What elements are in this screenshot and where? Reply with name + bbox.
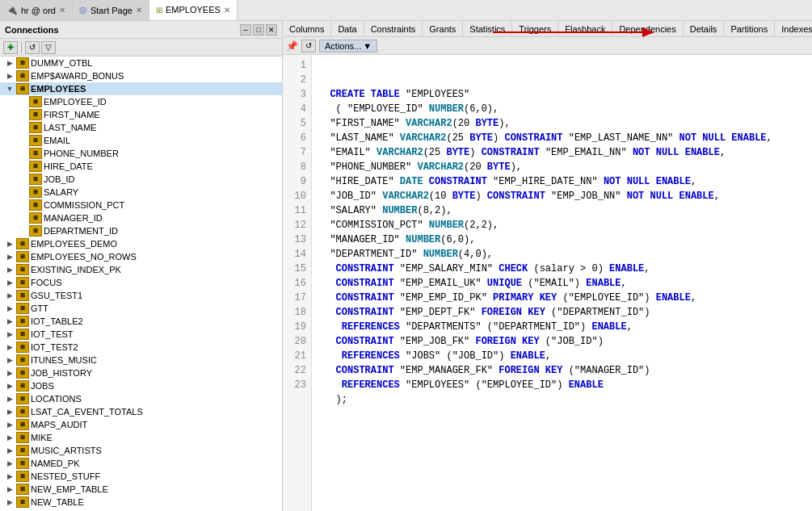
start-icon: ◎ xyxy=(79,5,87,15)
tree-item-label: LAST_NAME xyxy=(44,123,96,132)
sidebar-minimize[interactable]: ─ xyxy=(240,24,251,36)
sql-code[interactable]: CREATE TABLE "EMPLOYEES" ( "EMPLOYEE_ID"… xyxy=(312,55,812,511)
list-item[interactable]: ⊞ COMMISSION_PCT xyxy=(0,199,282,212)
tab-start-close[interactable]: ✕ xyxy=(136,6,142,15)
expand-icon: ▼ xyxy=(3,85,16,93)
list-item[interactable]: ▶ ⊞ NAMED_PK xyxy=(0,457,282,470)
list-item[interactable]: ▶ ⊞ JOB_HISTORY xyxy=(0,366,282,379)
list-item[interactable]: ▶ ⊞ GSU_TEST1 xyxy=(0,289,282,302)
list-item[interactable]: ▶ ⊞ JOBS xyxy=(0,379,282,392)
column-icon: ⊞ xyxy=(29,225,42,237)
tree-item-label: IOT_TEST xyxy=(31,329,74,339)
tab-flashback[interactable]: Flashback xyxy=(558,21,612,36)
tree-item-label: EXISTING_INDEX_PK xyxy=(31,265,121,274)
column-icon: ⊞ xyxy=(29,212,42,224)
list-item[interactable]: ▶ ⊞ LSAT_CA_EVENT_TOTALS xyxy=(0,405,282,418)
tab-employees-close[interactable]: ✕ xyxy=(224,6,230,15)
tab-bar: 🔌 hr @ ord ✕ ◎ Start Page ✕ ⊞ EMPLOYEES … xyxy=(0,0,812,21)
list-item[interactable]: ▼ ⊞ EMPLOYEES xyxy=(0,82,282,95)
sidebar-maximize[interactable]: □ xyxy=(253,24,264,36)
tab-columns[interactable]: Columns xyxy=(283,21,331,36)
list-item[interactable]: ▶ ⊞ MAPS_AUDIT xyxy=(0,418,282,431)
list-item[interactable]: ▶ ⊞ NESTED_STUFF xyxy=(0,470,282,483)
list-item[interactable]: ▶ ⊞ MIKE xyxy=(0,431,282,444)
tree-item-label: MIKE xyxy=(31,433,53,442)
tree-item-label: MANAGER_ID xyxy=(44,213,103,223)
filter-btn[interactable]: ▽ xyxy=(41,41,56,54)
list-item[interactable]: ▶ ⊞ DUMMY_OTBL xyxy=(0,57,282,69)
table-icon: ⊞ xyxy=(16,70,29,82)
list-item[interactable]: ⊞ HIRE_DATE xyxy=(0,160,282,173)
sidebar-tree[interactable]: ▶ ⊞ DUMMY_OTBL ▶ ⊞ EMP$AWARD_BONUS ▼ ⊞ E… xyxy=(0,57,282,511)
tree-item-label: COMMISSION_PCT xyxy=(44,200,124,210)
tab-constraints[interactable]: Constraints xyxy=(364,21,423,36)
tree-item-label: MUSIC_ARTISTS xyxy=(31,446,102,455)
tab-hr[interactable]: 🔌 hr @ ord ✕ xyxy=(0,0,73,20)
list-item[interactable]: ⊞ FIRST_NAME xyxy=(0,108,282,121)
list-item[interactable]: ⊞ SALARY xyxy=(0,186,282,199)
list-item[interactable]: ⊞ MANAGER_ID xyxy=(0,212,282,224)
tab-employees-label: EMPLOYEES xyxy=(166,5,221,15)
expand-icon: ▶ xyxy=(3,472,16,480)
tree-item-label: EMAIL xyxy=(44,136,70,145)
add-connection-btn[interactable]: ✚ xyxy=(3,41,18,54)
tab-start[interactable]: ◎ Start Page ✕ xyxy=(73,0,149,20)
tab-data[interactable]: Data xyxy=(331,21,364,36)
list-item[interactable]: ▶ ⊞ FOCUS xyxy=(0,276,282,289)
list-item[interactable]: ⊞ DEPARTMENT_ID xyxy=(0,224,282,237)
expand-icon: ▶ xyxy=(3,291,16,299)
tab-partitions[interactable]: Partitions xyxy=(724,21,775,36)
sidebar-controls: ─ □ ✕ xyxy=(240,24,277,36)
tree-item-label: NEW_EMP_TABLE xyxy=(31,484,108,494)
pin-icon: 📌 xyxy=(286,40,298,52)
list-item[interactable]: ▶ ⊞ MUSIC_ARTISTS xyxy=(0,444,282,457)
tree-item-label: MAPS_AUDIT xyxy=(31,420,87,429)
list-item[interactable]: ⊞ LAST_NAME xyxy=(0,121,282,134)
sql-editor[interactable]: 1 2 3 4 5 6 7 8 9 10 11 12 13 14 15 16 1… xyxy=(283,55,812,511)
expand-icon: ▶ xyxy=(3,240,16,248)
list-item[interactable]: ▶ ⊞ LOCATIONS xyxy=(0,392,282,405)
expand-icon: ▶ xyxy=(3,72,16,80)
list-item[interactable]: ▶ ⊞ IOT_TEST xyxy=(0,328,282,341)
actions-button[interactable]: Actions... ▼ xyxy=(319,40,377,52)
tab-statistics[interactable]: Statistics xyxy=(463,21,512,36)
actions-label: Actions... xyxy=(325,41,361,51)
sidebar: Connections ─ □ ✕ ✚ ↺ ▽ ▶ ⊞ DUMMY_OTBL ▶ xyxy=(0,21,283,511)
tab-employees[interactable]: ⊞ EMPLOYEES ✕ xyxy=(149,0,238,20)
table-icon: ⊞ xyxy=(16,406,29,417)
table-icon: ⊞ xyxy=(16,316,29,327)
list-item[interactable]: ▶ ⊞ EMP$AWARD_BONUS xyxy=(0,69,282,82)
list-item[interactable]: ⊞ JOB_ID xyxy=(0,173,282,186)
list-item[interactable]: ▶ ⊞ NEW_TABLE xyxy=(0,496,282,509)
expand-icon: ▶ xyxy=(3,434,16,442)
list-item[interactable]: ▶ ⊞ IOT_TEST2 xyxy=(0,341,282,354)
tab-dependencies[interactable]: Dependencies xyxy=(612,21,683,36)
list-item[interactable]: ⊞ EMAIL xyxy=(0,134,282,147)
tree-item-label: PHONE_NUMBER xyxy=(44,149,119,158)
tab-details[interactable]: Details xyxy=(684,21,725,36)
refresh-content-btn[interactable]: ↺ xyxy=(301,40,316,52)
list-item[interactable]: ▶ ⊞ GTT xyxy=(0,302,282,315)
tree-item-label: NESTED_STUFF xyxy=(31,471,100,481)
tab-hr-close[interactable]: ✕ xyxy=(59,6,65,15)
tab-indexes[interactable]: Indexes xyxy=(775,21,812,36)
sidebar-close[interactable]: ✕ xyxy=(266,24,277,36)
column-icon: ⊞ xyxy=(29,148,42,159)
list-item[interactable]: ▶ ⊞ EMPLOYEES_DEMO xyxy=(0,237,282,250)
list-item[interactable]: ▶ ⊞ EXISTING_INDEX_PK xyxy=(0,263,282,276)
expand-icon: ▶ xyxy=(3,356,16,364)
sidebar-title: Connections xyxy=(5,25,59,35)
list-item[interactable]: ▶ ⊞ EMPLOYEES_NO_ROWS xyxy=(0,250,282,263)
list-item[interactable]: ⊞ EMPLOYEE_ID xyxy=(0,95,282,108)
list-item[interactable]: ▶ ⊞ IOT_TABLE2 xyxy=(0,315,282,328)
list-item[interactable]: ▶ ⊞ NEW_EMP_TABLE xyxy=(0,483,282,496)
expand-icon: ▶ xyxy=(3,59,16,67)
table-icon: ⊞ xyxy=(16,290,29,301)
list-item[interactable]: ▶ ⊞ ITUNES_MUSIC xyxy=(0,354,282,366)
list-item[interactable]: ⊞ PHONE_NUMBER xyxy=(0,147,282,160)
tree-item-label: EMPLOYEE_ID xyxy=(44,97,107,107)
column-icon: ⊞ xyxy=(29,135,42,146)
tab-triggers[interactable]: Triggers xyxy=(512,21,558,36)
tab-grants[interactable]: Grants xyxy=(423,21,463,36)
refresh-btn[interactable]: ↺ xyxy=(25,41,40,54)
